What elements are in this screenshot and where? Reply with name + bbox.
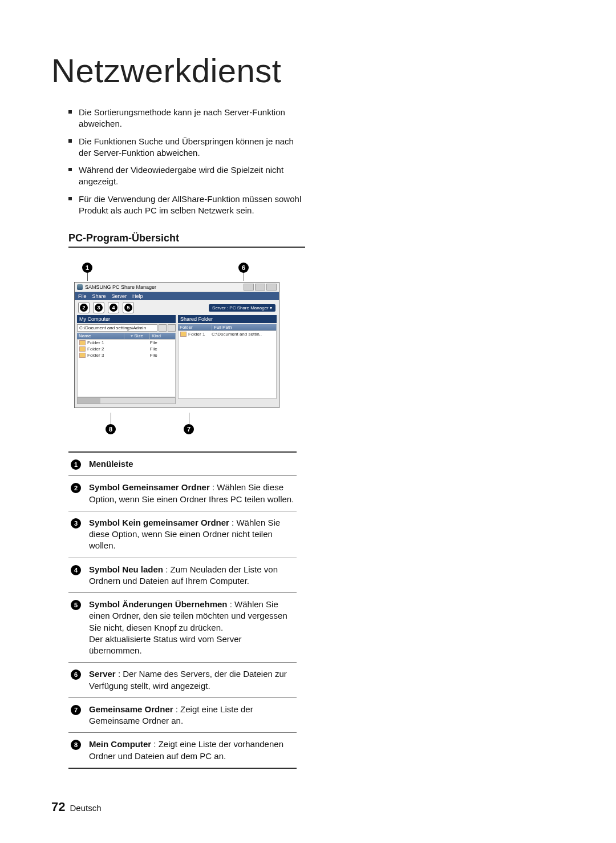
title-bar: SAMSUNG PC Share Manager	[75, 283, 279, 292]
unshare-folder-icon[interactable]: 3	[93, 302, 104, 313]
left-pane: My Computer C:\Document and settings\Adm…	[77, 315, 176, 404]
legend-row: 1 Menüleiste	[68, 453, 297, 476]
callout-3: 3	[95, 304, 103, 312]
legend-row: 8 Mein Computer : Zeigt eine Liste der v…	[68, 733, 297, 769]
path-up-button[interactable]	[168, 324, 176, 332]
legend-row: 4 Symbol Neu laden : Zum Neuladen der Li…	[68, 558, 297, 594]
page-footer: 72 Deutsch	[51, 800, 102, 814]
pc-share-screenshot: 1 6 SAMSUNG PC Share Manager Fil	[74, 263, 279, 434]
legend-num: 6	[71, 669, 81, 680]
legend-num: 7	[71, 705, 81, 715]
folder-icon	[180, 332, 187, 337]
right-grid[interactable]: Folder 1 C:\Document and settin..	[178, 330, 277, 399]
legend-num: 1	[71, 459, 81, 470]
left-grid[interactable]: Folder 1 File Folder 2 File Folder 3 Fil…	[77, 339, 176, 397]
col-folder[interactable]: Folder	[178, 324, 212, 330]
col-kind[interactable]: Kind	[150, 333, 176, 339]
minimize-button[interactable]	[244, 284, 254, 291]
legend-row: 2 Symbol Gemeinsamer Ordner : Wählen Sie…	[68, 476, 297, 511]
server-indicator[interactable]: Server : PC Share Manager ▾	[209, 304, 275, 312]
close-button[interactable]	[266, 284, 277, 291]
callout-2: 2	[80, 304, 88, 312]
legend-row: 5 Symbol Änderungen Übernehmen : Wählen …	[68, 593, 297, 663]
app-window: SAMSUNG PC Share Manager File Share Serv…	[74, 282, 279, 408]
menu-share[interactable]: Share	[92, 293, 106, 299]
menu-server[interactable]: Server	[112, 293, 127, 299]
table-row[interactable]: Folder 2 File	[78, 346, 175, 352]
callout-1: 1	[82, 263, 92, 273]
right-grid-header: Folder Full Path	[178, 324, 277, 330]
legend-num: 2	[71, 483, 81, 493]
app-icon	[77, 284, 83, 290]
maximize-button[interactable]	[255, 284, 265, 291]
legend-table: 1 Menüleiste 2 Symbol Gemeinsamer Ordner…	[68, 451, 297, 769]
toolbar: 2 3 4 5 Server : PC Share Manager ▾	[75, 300, 279, 315]
callout-6: 6	[238, 263, 249, 273]
legend-row: 6 Server : Der Name des Servers, der die…	[68, 663, 297, 698]
callout-8: 8	[106, 424, 116, 434]
right-pane-header: Shared Folder	[178, 315, 277, 323]
apply-icon[interactable]: 5	[123, 302, 134, 313]
notes-list: Die Sortierungsmethode kann je nach Serv…	[68, 107, 305, 216]
path-dropdown[interactable]	[159, 324, 167, 332]
folder-icon	[79, 346, 86, 352]
left-grid-header: Name ▾ Size Kind	[77, 333, 176, 339]
legend-num: 8	[71, 740, 81, 750]
table-row[interactable]: Folder 1 File	[78, 340, 175, 346]
path-field[interactable]: C:\Document and settings\Admin	[77, 324, 157, 332]
col-size[interactable]: ▾ Size	[124, 333, 150, 339]
left-pane-header: My Computer	[77, 315, 176, 323]
h-scrollbar[interactable]	[77, 397, 176, 404]
legend-num: 5	[71, 600, 81, 610]
table-row[interactable]: Folder 3 File	[78, 352, 175, 358]
list-item: Während der Videowiedergabe wird die Spi…	[68, 164, 305, 188]
legend-row: 7 Gemeinsame Ordner : Zeigt eine Liste d…	[68, 698, 297, 733]
legend-row: 3 Symbol Kein gemeinsamer Ordner : Wähle…	[68, 511, 297, 558]
right-pane: Shared Folder Folder Full Path Folder 1 …	[178, 315, 277, 404]
folder-icon	[79, 340, 86, 345]
legend-num: 3	[71, 518, 81, 529]
page-language: Deutsch	[70, 803, 101, 813]
reload-icon[interactable]: 4	[108, 302, 119, 313]
section-heading: PC-Program-Übersicht	[68, 232, 305, 248]
list-item: Die Sortierungsmethode kann je nach Serv…	[68, 107, 305, 130]
col-fullpath[interactable]: Full Path	[212, 324, 277, 330]
folder-icon	[79, 353, 86, 358]
page-number: 72	[51, 800, 65, 814]
callout-5: 5	[124, 304, 132, 312]
table-row[interactable]: Folder 1 C:\Document and settin..	[179, 331, 276, 337]
page-title: Netzwerkdienst	[51, 51, 565, 90]
col-name[interactable]: Name	[77, 333, 124, 339]
menu-bar: File Share Server Help	[75, 292, 279, 300]
menu-file[interactable]: File	[78, 293, 87, 299]
legend-num: 4	[71, 565, 81, 575]
menu-help[interactable]: Help	[132, 293, 143, 299]
callout-4: 4	[110, 304, 117, 312]
app-title: SAMSUNG PC Share Manager	[85, 284, 156, 290]
share-folder-icon[interactable]: 2	[78, 302, 90, 313]
list-item: Für die Verwendung der AllShare-Funktion…	[68, 193, 305, 217]
callout-7: 7	[184, 424, 194, 434]
list-item: Die Funktionen Suche und Überspringen kö…	[68, 136, 305, 159]
